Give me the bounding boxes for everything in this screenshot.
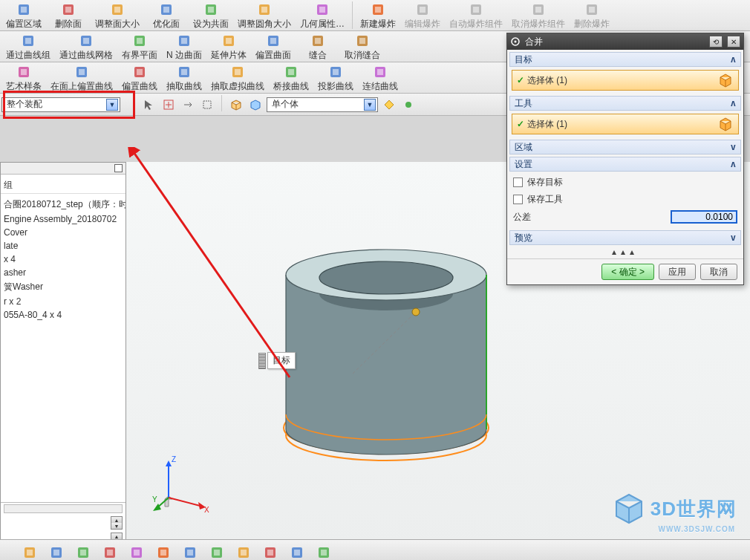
tb-arrow-icon[interactable] xyxy=(180,97,196,113)
tb-dot-icon[interactable] xyxy=(400,97,417,113)
bottom-tool-2[interactable] xyxy=(76,545,89,556)
ok-button[interactable]: < 确定 > xyxy=(601,264,654,280)
watermark-url: WWW.3DSJW.COM xyxy=(658,525,735,533)
svg-rect-51 xyxy=(288,69,294,75)
body-icon[interactable] xyxy=(717,116,734,132)
section-preview-header[interactable]: 预览v xyxy=(509,230,741,245)
blend-resize-button[interactable]: 调整圆角大小 xyxy=(233,0,296,30)
watermark-cube-icon xyxy=(612,492,646,526)
svg-rect-11 xyxy=(261,7,267,13)
expand-handle[interactable]: ▴▴▴ xyxy=(507,245,743,258)
optimize-face-button[interactable]: 优化面 xyxy=(144,0,189,30)
offset-region-button[interactable]: 偏置区域 xyxy=(1,0,46,30)
tree-item[interactable]: Engine Assembly_20180702 xyxy=(4,212,123,226)
svg-rect-90 xyxy=(214,550,220,556)
bottom-tool-5[interactable] xyxy=(156,545,169,556)
bottom-tool-8[interactable] xyxy=(236,545,250,556)
bottom-tool-6[interactable] xyxy=(183,545,196,556)
grip-icon[interactable] xyxy=(258,353,266,369)
through-curves-button[interactable]: 通过曲线组 xyxy=(1,31,55,62)
bottom-tool-11[interactable] xyxy=(316,545,330,556)
checkbox-icon xyxy=(513,195,523,204)
svg-rect-43 xyxy=(79,69,85,75)
tb-cursor-icon[interactable] xyxy=(141,97,157,113)
bottom-tool-9[interactable] xyxy=(263,545,276,556)
sew-button[interactable]: 缝合 xyxy=(296,31,340,62)
offset-curve-button[interactable]: 偏置曲线 xyxy=(117,62,162,93)
ribbon-row-1: 偏置区域删除面调整面大小优化面设为共面调整圆角大小几何属性…新建爆炸编辑爆炸自动… xyxy=(0,0,750,31)
cancel-button[interactable]: 取消 xyxy=(700,264,737,280)
pin-button[interactable]: ⟲ xyxy=(709,36,723,48)
assembly-filter-dropdown[interactable]: 整个装配 ▼ xyxy=(1,97,120,112)
tb-cube2-icon[interactable] xyxy=(247,97,264,113)
tree-item[interactable]: 簧Washer xyxy=(4,279,123,295)
tb-cube-icon[interactable] xyxy=(228,97,244,113)
bounded-plane-icon xyxy=(131,33,148,49)
section-settings-header[interactable]: 设置ʌ xyxy=(509,157,741,172)
bridge-curve-button[interactable]: 桥接曲线 xyxy=(269,62,313,93)
new-explode-button[interactable]: 新建爆炸 xyxy=(356,0,400,30)
unsew-button[interactable]: 取消缝合 xyxy=(340,31,385,62)
dialog-titlebar[interactable]: 合并 ⟲ ✕ xyxy=(507,33,743,50)
join-curve-button[interactable]: 连结曲线 xyxy=(358,62,402,93)
bottom-tool-0[interactable] xyxy=(22,545,36,556)
bottom-tool-4[interactable] xyxy=(129,545,143,556)
tree-item[interactable]: 055A-80_4 x 4 xyxy=(4,308,123,322)
panel-checkbox[interactable] xyxy=(114,164,123,172)
tree-item[interactable]: Cover xyxy=(4,226,123,239)
svg-rect-78 xyxy=(53,550,59,556)
tolerance-input[interactable]: 0.0100 xyxy=(671,210,737,224)
svg-point-66 xyxy=(412,308,420,316)
offset-surface-button[interactable]: 偏置曲面 xyxy=(251,31,296,62)
tb-select-icon[interactable] xyxy=(199,97,215,113)
slider-track[interactable] xyxy=(4,504,123,513)
svg-rect-7 xyxy=(163,7,169,13)
view-triad[interactable]: Z X Y xyxy=(152,449,219,515)
geom-props-button[interactable]: 几何属性… xyxy=(296,0,349,30)
keep-tool-checkbox[interactable]: 保存工具 xyxy=(513,193,737,206)
target-selection-row[interactable]: ✓ 选择体 (1) xyxy=(512,70,739,91)
apply-button[interactable]: 应用 xyxy=(659,264,696,280)
project-curve-button[interactable]: 投影曲线 xyxy=(313,62,358,93)
tree-item[interactable]: asher xyxy=(4,266,123,279)
section-tool-header[interactable]: 工具ʌ xyxy=(509,96,741,111)
tb-diamond-icon[interactable] xyxy=(381,97,397,113)
target-selection-label: 选择体 (1) xyxy=(527,74,567,87)
n-sided-button[interactable]: N 边曲面 xyxy=(162,31,206,62)
studio-spline-button[interactable]: 艺术样条 xyxy=(1,62,46,93)
svg-rect-35 xyxy=(270,38,276,44)
bottom-tool-1[interactable] xyxy=(49,545,62,556)
unsew-icon xyxy=(354,33,371,49)
extract-virtual-button[interactable]: 抽取虚拟曲线 xyxy=(206,62,269,93)
offset-on-face-button[interactable]: 在面上偏置曲线 xyxy=(46,62,117,93)
keep-target-checkbox[interactable]: 保存目标 xyxy=(513,176,737,189)
watermark-text: 3D世界网 xyxy=(650,496,737,522)
extend-sheet-button[interactable]: 延伸片体 xyxy=(206,31,251,62)
curve-mesh-button[interactable]: 通过曲线网格 xyxy=(55,31,117,62)
tree-item[interactable]: x 4 xyxy=(4,253,123,266)
tb-plus-icon[interactable] xyxy=(160,97,177,113)
svg-rect-19 xyxy=(473,7,479,13)
section-target-header[interactable]: 目标ʌ xyxy=(509,52,741,67)
tree-item[interactable]: r x 2 xyxy=(4,295,123,308)
type-filter-dropdown[interactable]: 单个体 ▼ xyxy=(267,97,378,112)
bottom-tool-7[interactable] xyxy=(209,545,223,556)
coplanar-button[interactable]: 设为共面 xyxy=(189,0,233,30)
studio-spline-icon xyxy=(16,64,32,80)
bottom-tool-10[interactable] xyxy=(290,545,303,556)
bounded-plane-button[interactable]: 有界平面 xyxy=(117,31,162,62)
tree-item[interactable]: late xyxy=(4,239,123,253)
resize-face-button[interactable]: 调整面大小 xyxy=(91,0,144,30)
expand-icon: v xyxy=(731,142,736,152)
close-button[interactable]: ✕ xyxy=(727,36,740,48)
delete-face-button[interactable]: 删除面 xyxy=(46,0,91,30)
spinner-1[interactable]: ▲▼ xyxy=(111,516,123,530)
section-region-header[interactable]: 区域v xyxy=(509,140,741,154)
extract-curve-button[interactable]: 抽取曲线 xyxy=(162,62,206,93)
join-curve-icon xyxy=(372,64,388,80)
tool-selection-row[interactable]: ✓ 选择体 (1) xyxy=(512,114,739,134)
tree-item[interactable]: 合圈20180712_step（顺序：时间 xyxy=(4,197,123,212)
body-icon[interactable] xyxy=(717,72,734,88)
assembly-filter-value: 整个装配 xyxy=(7,98,42,111)
bottom-tool-3[interactable] xyxy=(102,545,116,556)
